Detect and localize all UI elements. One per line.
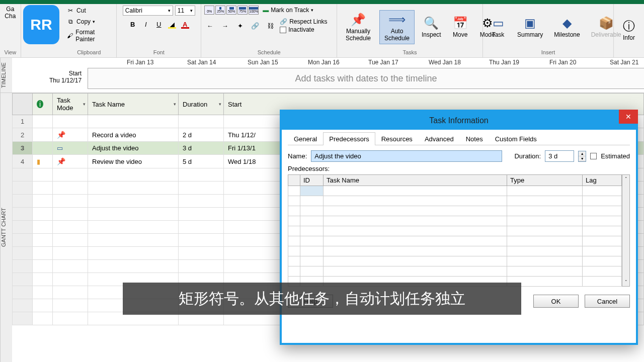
pred-row[interactable] <box>288 216 622 226</box>
brush-icon: 🖌 <box>66 32 73 40</box>
pred-row[interactable] <box>288 186 622 196</box>
information-button[interactable]: ⓘInfor <box>617 17 641 43</box>
italic-button[interactable]: I <box>140 19 151 30</box>
note-icon: ▮ <box>37 158 40 165</box>
name-input[interactable] <box>311 150 502 162</box>
pct-100-button[interactable]: 100% <box>249 6 259 15</box>
manually-schedule-button[interactable]: 📌Manually Schedule <box>340 11 376 44</box>
col-mode[interactable]: Task Mode▾ <box>53 94 88 115</box>
chevron-up-icon[interactable]: ▲ <box>579 151 586 156</box>
bold-button[interactable]: B <box>127 19 138 30</box>
summary-icon: ▣ <box>522 16 538 30</box>
copy-icon: ⧉ <box>66 18 74 26</box>
col-taskname[interactable]: Task Name <box>324 175 507 186</box>
split-button[interactable]: ✦ <box>234 20 246 31</box>
outdent-button[interactable]: ← <box>204 20 215 31</box>
col-type[interactable]: Type <box>507 175 583 186</box>
timeline-hint[interactable]: Add tasks with dates to the timeline <box>88 68 644 89</box>
pct-75-button[interactable]: 75% <box>237 6 248 15</box>
mark-on-track-button[interactable]: ▬Mark on Track▾ <box>263 6 313 14</box>
col-id[interactable]: ID <box>300 175 324 186</box>
pct-0-button[interactable]: 0% <box>204 6 214 15</box>
schedule-label: Schedule <box>204 48 334 56</box>
duration-spinner[interactable]: ▲▼ <box>578 151 586 162</box>
unlink-button[interactable]: ⛓ <box>265 20 276 31</box>
timeline: TIMELINE Fri Jan 13 Sat Jan 14 Sun Jan 1… <box>0 58 644 93</box>
respect-links-button[interactable]: 🔗Respect Links <box>280 18 327 26</box>
gantt-label: GANTT CHART <box>0 93 12 362</box>
close-button[interactable]: ✕ <box>619 110 638 124</box>
chevron-up-icon[interactable]: ˄ <box>622 175 629 183</box>
link-icon: 🔗 <box>280 18 287 25</box>
tab-custom-fields[interactable]: Custom Fields <box>489 132 543 145</box>
insert-task-button[interactable]: ▭Task <box>486 14 510 40</box>
copy-button[interactable]: ⧉Copy▾ <box>64 17 97 27</box>
subtitle-overlay: 矩形符号。从其他任务，自动计划任务独立 <box>123 283 521 315</box>
move-icon: 📅 <box>452 16 468 30</box>
estimated-label: Estimated <box>601 152 630 160</box>
col-rownum[interactable] <box>13 94 33 115</box>
tab-advanced[interactable]: Advanced <box>419 132 460 145</box>
info-icon: ⓘ <box>621 19 637 33</box>
chevron-down-icon[interactable]: ˅ <box>622 278 629 286</box>
pred-row[interactable] <box>288 206 622 216</box>
fill-color-button[interactable]: ◢ <box>167 19 178 30</box>
cancel-button[interactable]: Cancel <box>585 295 630 308</box>
col-info[interactable]: i <box>33 94 53 115</box>
col-name[interactable]: Task Name▾ <box>88 94 179 115</box>
pred-row[interactable] <box>288 266 622 277</box>
clipboard-label: Clipboard <box>64 48 113 56</box>
duration-label: Duration: <box>514 152 541 160</box>
link-button[interactable]: 🔗 <box>250 20 261 31</box>
inspect-button[interactable]: 🔍Inspect <box>418 14 445 40</box>
font-size-combo[interactable]: 11▾ <box>175 6 195 16</box>
percent-complete-buttons: 0% 25% 50% 75% 100% <box>204 6 259 15</box>
insert-label: Insert <box>486 48 610 56</box>
pred-row[interactable] <box>288 226 622 236</box>
duration-input[interactable] <box>545 150 574 162</box>
pct-25-button[interactable]: 25% <box>215 6 225 15</box>
inspect-icon: 🔍 <box>423 16 439 30</box>
ribbon: Ga Cha View RR ✂Cut ⧉Copy▾ 🖌Format Paint… <box>0 4 644 58</box>
estimated-checkbox[interactable] <box>590 153 597 159</box>
scissors-icon: ✂ <box>66 7 74 15</box>
format-painter-button[interactable]: 🖌Format Painter <box>64 28 113 44</box>
tab-predecessors[interactable]: Predecessors <box>323 132 375 145</box>
pct-50-button[interactable]: 50% <box>226 6 236 15</box>
name-label: Name: <box>288 152 307 160</box>
font-name-combo[interactable]: Calibri▾ <box>123 6 173 16</box>
cut-button[interactable]: ✂Cut <box>64 6 88 16</box>
pin-icon: 📌 <box>350 13 366 27</box>
insert-milestone-button[interactable]: ◆Milestone <box>550 14 584 40</box>
tab-resources[interactable]: Resources <box>375 132 419 145</box>
milestone-icon: ◆ <box>559 16 575 30</box>
predecessors-scroll[interactable]: ˄ ˅ <box>622 174 630 287</box>
inactivate-button[interactable]: Inactivate <box>280 26 327 34</box>
pred-row[interactable] <box>288 236 622 246</box>
col-lag[interactable]: Lag <box>583 175 622 186</box>
tasks-label: Tasks <box>340 48 479 56</box>
task-icon: ▭ <box>490 16 506 30</box>
ok-button[interactable]: OK <box>533 295 579 308</box>
tab-notes[interactable]: Notes <box>460 132 489 145</box>
track-icon: ▬ <box>263 7 269 14</box>
insert-summary-button[interactable]: ▣Summary <box>513 14 547 40</box>
pred-row[interactable] <box>288 246 622 256</box>
pin-icon: 📌 <box>57 157 65 165</box>
font-color-button[interactable]: A <box>180 19 191 30</box>
pred-row[interactable] <box>288 196 622 206</box>
dialog-tabs: General Predecessors Resources Advanced … <box>288 132 630 145</box>
dialog-title-bar[interactable]: Task Information ✕ <box>282 112 636 130</box>
underline-button[interactable]: U <box>153 19 165 30</box>
move-button[interactable]: 📅Move <box>448 14 472 40</box>
timeline-label: TIMELINE <box>0 58 12 93</box>
col-duration[interactable]: Duration▾ <box>179 94 224 115</box>
indent-button[interactable]: → <box>219 20 230 31</box>
deliverable-icon: 📦 <box>598 16 614 30</box>
predecessors-label: Predecessors: <box>288 165 630 172</box>
auto-schedule-button[interactable]: ⟹Auto Schedule <box>379 10 415 44</box>
tab-general[interactable]: General <box>288 132 323 145</box>
view-label: View <box>3 48 18 56</box>
chevron-down-icon[interactable]: ▼ <box>579 156 586 161</box>
pred-row[interactable] <box>288 256 622 266</box>
